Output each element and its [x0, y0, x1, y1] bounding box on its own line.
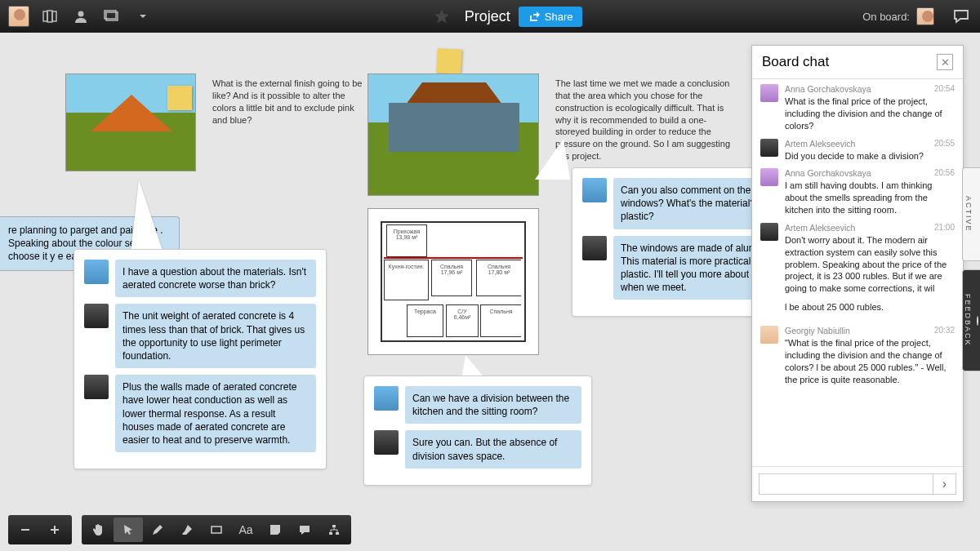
comment-text: The unit weight of aerated concrete is 4…: [115, 304, 316, 368]
active-tab-label: ACTIVE: [964, 196, 973, 233]
annotation-1: What is the external finish going to be …: [212, 78, 368, 126]
top-toolbar: Project Share On board:: [0, 0, 980, 33]
chat-text: I am still having doubts. I am thinking …: [785, 180, 955, 216]
svg-rect-2: [52, 11, 56, 21]
comment-tool[interactable]: [290, 518, 319, 542]
avatar-icon: [84, 375, 109, 399]
avatar-icon: [760, 326, 778, 344]
shape-tool[interactable]: [202, 518, 231, 542]
svg-rect-11: [329, 532, 332, 535]
chat-time: 20:32: [934, 326, 955, 335]
svg-point-3: [78, 11, 84, 17]
feedback-tab[interactable]: FEEDBACK: [962, 269, 980, 371]
board-title: Project: [465, 8, 510, 25]
text-tool[interactable]: Aa: [231, 518, 261, 542]
chat-time: 20:55: [934, 139, 955, 149]
pointer-1: [131, 180, 163, 253]
zoom-out-button[interactable]: [11, 518, 40, 542]
chat-text: "What is the final price of the project,…: [785, 337, 955, 385]
chat-time: 20:54: [934, 84, 955, 94]
chat-author: Artem Alekseevich: [785, 223, 855, 233]
contacts-icon[interactable]: [70, 6, 91, 27]
hand-tool[interactable]: [84, 518, 114, 542]
comment-text: Sure you can. But the absence of divisio…: [405, 430, 581, 468]
avatar-icon: [760, 223, 778, 241]
comment-thread-2[interactable]: Can we have a division between the kitch…: [363, 375, 592, 486]
avatar-icon: [84, 260, 109, 284]
svg-rect-9: [212, 527, 221, 533]
pen-tool[interactable]: [143, 518, 172, 542]
chat-author: Georgiy Nabiullin: [785, 326, 850, 335]
avatar-icon: [760, 84, 778, 102]
chat-message: Anna Gorchakovskaya20:54What is the fina…: [760, 84, 955, 132]
chat-message: Georgiy Nabiullin20:32"What is the final…: [760, 326, 955, 385]
comment-text: Can we have a division between the kitch…: [405, 386, 581, 424]
close-icon[interactable]: ✕: [937, 54, 953, 70]
chat-message: Anna Gorchakovskaya20:56I am still havin…: [760, 168, 955, 216]
onboard-label: On board:: [862, 11, 910, 23]
svg-rect-1: [47, 11, 52, 22]
chat-author: Anna Gorchakovskaya: [785, 84, 871, 94]
avatar-icon: [374, 430, 399, 455]
share-button[interactable]: Share: [519, 7, 583, 27]
bottom-toolbar: Aa: [8, 515, 351, 544]
eraser-tool[interactable]: [172, 518, 202, 542]
chat-title: Board chat: [762, 54, 829, 70]
floorplan-image[interactable]: Прихожая13,98 м² Кухня-гостин. Спальня17…: [368, 208, 539, 355]
board-chat-panel: Board chat ✕ Anna Gorchakovskaya20:54Wha…: [751, 45, 964, 502]
chat-messages: Anna Gorchakovskaya20:54What is the fina…: [752, 79, 963, 466]
avatar-icon: [760, 139, 778, 157]
gallery-icon[interactable]: [101, 6, 122, 27]
user-avatar[interactable]: [8, 6, 29, 27]
svg-rect-6: [21, 529, 29, 531]
chat-message: l be about 25 000 rubles.: [760, 301, 955, 319]
sticky-tool[interactable]: [261, 518, 290, 542]
pointer-tool[interactable]: [114, 518, 143, 542]
send-button[interactable]: ›: [933, 473, 956, 495]
zoom-in-button[interactable]: [40, 518, 69, 542]
dropdown-icon[interactable]: [132, 6, 154, 27]
chat-author: Anna Gorchakovskaya: [785, 168, 871, 178]
svg-rect-8: [54, 526, 56, 534]
comment-text: Plus the walls made of aerated concrete …: [115, 375, 316, 452]
chat-time: 20:56: [934, 168, 955, 178]
chat-text: Don't worry about it. The modern air ext…: [785, 234, 955, 295]
smiley-icon: [977, 316, 978, 326]
chat-message: Artem Alekseevich21:00Don't worry about …: [760, 223, 955, 295]
avatar-icon: [374, 386, 399, 411]
pointer-3: [535, 139, 570, 180]
svg-rect-10: [332, 525, 336, 527]
chat-text: l be about 25 000 rubles.: [785, 301, 955, 313]
boards-icon[interactable]: [39, 6, 60, 27]
feedback-tab-label: FEEDBACK: [964, 294, 972, 347]
comment-text: I have a question about the materials. I…: [115, 260, 316, 297]
annotation-2: The last time we met we made a conclusio…: [555, 78, 735, 162]
house-image-2[interactable]: [368, 73, 539, 196]
chat-text: What is the final price of the project, …: [785, 96, 955, 132]
active-tab[interactable]: ACTIVE: [962, 167, 980, 261]
collaborator-avatar[interactable]: [916, 7, 934, 25]
comment-thread-1[interactable]: I have a question about the materials. I…: [74, 249, 327, 469]
chat-text: Did you decide to make a division?: [785, 150, 955, 162]
chat-icon[interactable]: [951, 6, 972, 27]
star-icon[interactable]: [434, 8, 450, 24]
avatar-icon: [760, 168, 778, 186]
chat-author: Artem Alekseevich: [785, 139, 855, 149]
share-label: Share: [545, 11, 573, 23]
avatar-icon: [582, 236, 607, 260]
sticky-note-2[interactable]: [436, 48, 462, 74]
avatar-icon: [582, 178, 607, 202]
chat-time: 21:00: [934, 223, 955, 233]
chat-input[interactable]: [759, 473, 933, 495]
chat-message: Artem Alekseevich20:55Did you decide to …: [760, 139, 955, 162]
svg-rect-12: [336, 532, 339, 535]
avatar-icon: [84, 304, 109, 328]
org-chart-tool[interactable]: [319, 518, 349, 542]
sticky-note-1[interactable]: [167, 86, 192, 110]
